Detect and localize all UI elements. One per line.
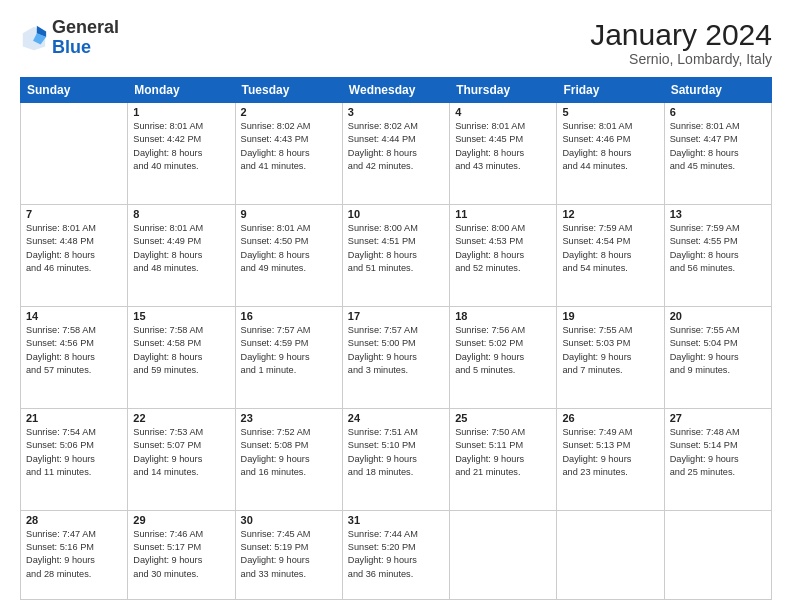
day-info: Sunrise: 7:49 AMSunset: 5:13 PMDaylight:… [562, 426, 658, 479]
day-info: Sunrise: 8:02 AMSunset: 4:44 PMDaylight:… [348, 120, 444, 173]
day-info: Sunrise: 8:01 AMSunset: 4:48 PMDaylight:… [26, 222, 122, 275]
day-info: Sunrise: 7:47 AMSunset: 5:16 PMDaylight:… [26, 528, 122, 581]
day-number: 5 [562, 106, 658, 118]
day-number: 7 [26, 208, 122, 220]
cell-w3-d2: 16Sunrise: 7:57 AMSunset: 4:59 PMDayligh… [235, 306, 342, 408]
cell-w3-d1: 15Sunrise: 7:58 AMSunset: 4:58 PMDayligh… [128, 306, 235, 408]
header-thursday: Thursday [450, 78, 557, 103]
week-row-3: 14Sunrise: 7:58 AMSunset: 4:56 PMDayligh… [21, 306, 772, 408]
day-number: 20 [670, 310, 766, 322]
day-info: Sunrise: 8:00 AMSunset: 4:51 PMDaylight:… [348, 222, 444, 275]
header: General Blue January 2024 Sernio, Lombar… [20, 18, 772, 67]
cell-w4-d6: 27Sunrise: 7:48 AMSunset: 5:14 PMDayligh… [664, 408, 771, 510]
day-info: Sunrise: 7:53 AMSunset: 5:07 PMDaylight:… [133, 426, 229, 479]
logo-text: General Blue [52, 18, 119, 58]
cell-w1-d1: 1Sunrise: 8:01 AMSunset: 4:42 PMDaylight… [128, 103, 235, 205]
cell-w5-d6 [664, 510, 771, 599]
day-number: 24 [348, 412, 444, 424]
logo: General Blue [20, 18, 119, 58]
cell-w5-d3: 31Sunrise: 7:44 AMSunset: 5:20 PMDayligh… [342, 510, 449, 599]
day-number: 8 [133, 208, 229, 220]
day-info: Sunrise: 7:48 AMSunset: 5:14 PMDaylight:… [670, 426, 766, 479]
day-number: 9 [241, 208, 337, 220]
title-block: January 2024 Sernio, Lombardy, Italy [590, 18, 772, 67]
day-number: 10 [348, 208, 444, 220]
day-info: Sunrise: 7:57 AMSunset: 5:00 PMDaylight:… [348, 324, 444, 377]
day-number: 29 [133, 514, 229, 526]
cell-w2-d3: 10Sunrise: 8:00 AMSunset: 4:51 PMDayligh… [342, 204, 449, 306]
day-number: 6 [670, 106, 766, 118]
week-row-5: 28Sunrise: 7:47 AMSunset: 5:16 PMDayligh… [21, 510, 772, 599]
cell-w1-d5: 5Sunrise: 8:01 AMSunset: 4:46 PMDaylight… [557, 103, 664, 205]
week-row-4: 21Sunrise: 7:54 AMSunset: 5:06 PMDayligh… [21, 408, 772, 510]
day-number: 27 [670, 412, 766, 424]
cell-w3-d5: 19Sunrise: 7:55 AMSunset: 5:03 PMDayligh… [557, 306, 664, 408]
day-info: Sunrise: 8:01 AMSunset: 4:49 PMDaylight:… [133, 222, 229, 275]
cell-w2-d2: 9Sunrise: 8:01 AMSunset: 4:50 PMDaylight… [235, 204, 342, 306]
header-wednesday: Wednesday [342, 78, 449, 103]
day-info: Sunrise: 7:45 AMSunset: 5:19 PMDaylight:… [241, 528, 337, 581]
day-info: Sunrise: 7:52 AMSunset: 5:08 PMDaylight:… [241, 426, 337, 479]
cell-w5-d0: 28Sunrise: 7:47 AMSunset: 5:16 PMDayligh… [21, 510, 128, 599]
day-info: Sunrise: 8:01 AMSunset: 4:42 PMDaylight:… [133, 120, 229, 173]
day-info: Sunrise: 8:01 AMSunset: 4:47 PMDaylight:… [670, 120, 766, 173]
week-row-1: 1Sunrise: 8:01 AMSunset: 4:42 PMDaylight… [21, 103, 772, 205]
day-number: 13 [670, 208, 766, 220]
cell-w2-d1: 8Sunrise: 8:01 AMSunset: 4:49 PMDaylight… [128, 204, 235, 306]
day-number: 19 [562, 310, 658, 322]
cell-w2-d5: 12Sunrise: 7:59 AMSunset: 4:54 PMDayligh… [557, 204, 664, 306]
cell-w2-d4: 11Sunrise: 8:00 AMSunset: 4:53 PMDayligh… [450, 204, 557, 306]
day-number: 28 [26, 514, 122, 526]
day-info: Sunrise: 8:02 AMSunset: 4:43 PMDaylight:… [241, 120, 337, 173]
day-info: Sunrise: 8:01 AMSunset: 4:50 PMDaylight:… [241, 222, 337, 275]
day-number: 17 [348, 310, 444, 322]
header-monday: Monday [128, 78, 235, 103]
location: Sernio, Lombardy, Italy [590, 51, 772, 67]
cell-w5-d5 [557, 510, 664, 599]
cell-w1-d4: 4Sunrise: 8:01 AMSunset: 4:45 PMDaylight… [450, 103, 557, 205]
day-info: Sunrise: 7:51 AMSunset: 5:10 PMDaylight:… [348, 426, 444, 479]
header-saturday: Saturday [664, 78, 771, 103]
cell-w3-d0: 14Sunrise: 7:58 AMSunset: 4:56 PMDayligh… [21, 306, 128, 408]
calendar-page: General Blue January 2024 Sernio, Lombar… [0, 0, 792, 612]
day-info: Sunrise: 7:50 AMSunset: 5:11 PMDaylight:… [455, 426, 551, 479]
cell-w5-d1: 29Sunrise: 7:46 AMSunset: 5:17 PMDayligh… [128, 510, 235, 599]
day-number: 21 [26, 412, 122, 424]
cell-w4-d5: 26Sunrise: 7:49 AMSunset: 5:13 PMDayligh… [557, 408, 664, 510]
day-number: 4 [455, 106, 551, 118]
cell-w1-d3: 3Sunrise: 8:02 AMSunset: 4:44 PMDaylight… [342, 103, 449, 205]
month-title: January 2024 [590, 18, 772, 51]
day-number: 2 [241, 106, 337, 118]
cell-w1-d2: 2Sunrise: 8:02 AMSunset: 4:43 PMDaylight… [235, 103, 342, 205]
day-number: 3 [348, 106, 444, 118]
day-info: Sunrise: 7:58 AMSunset: 4:56 PMDaylight:… [26, 324, 122, 377]
cell-w1-d0 [21, 103, 128, 205]
day-info: Sunrise: 7:54 AMSunset: 5:06 PMDaylight:… [26, 426, 122, 479]
cell-w1-d6: 6Sunrise: 8:01 AMSunset: 4:47 PMDaylight… [664, 103, 771, 205]
day-info: Sunrise: 8:00 AMSunset: 4:53 PMDaylight:… [455, 222, 551, 275]
cell-w4-d1: 22Sunrise: 7:53 AMSunset: 5:07 PMDayligh… [128, 408, 235, 510]
day-info: Sunrise: 7:55 AMSunset: 5:03 PMDaylight:… [562, 324, 658, 377]
day-info: Sunrise: 7:59 AMSunset: 4:55 PMDaylight:… [670, 222, 766, 275]
day-number: 23 [241, 412, 337, 424]
header-sunday: Sunday [21, 78, 128, 103]
header-friday: Friday [557, 78, 664, 103]
day-number: 1 [133, 106, 229, 118]
cell-w5-d4 [450, 510, 557, 599]
cell-w3-d6: 20Sunrise: 7:55 AMSunset: 5:04 PMDayligh… [664, 306, 771, 408]
day-info: Sunrise: 7:57 AMSunset: 4:59 PMDaylight:… [241, 324, 337, 377]
day-info: Sunrise: 7:55 AMSunset: 5:04 PMDaylight:… [670, 324, 766, 377]
day-number: 22 [133, 412, 229, 424]
cell-w2-d0: 7Sunrise: 8:01 AMSunset: 4:48 PMDaylight… [21, 204, 128, 306]
calendar-table: Sunday Monday Tuesday Wednesday Thursday… [20, 77, 772, 600]
day-info: Sunrise: 7:58 AMSunset: 4:58 PMDaylight:… [133, 324, 229, 377]
cell-w3-d4: 18Sunrise: 7:56 AMSunset: 5:02 PMDayligh… [450, 306, 557, 408]
cell-w4-d3: 24Sunrise: 7:51 AMSunset: 5:10 PMDayligh… [342, 408, 449, 510]
day-number: 14 [26, 310, 122, 322]
day-number: 11 [455, 208, 551, 220]
day-number: 25 [455, 412, 551, 424]
day-number: 15 [133, 310, 229, 322]
day-info: Sunrise: 8:01 AMSunset: 4:46 PMDaylight:… [562, 120, 658, 173]
day-info: Sunrise: 7:59 AMSunset: 4:54 PMDaylight:… [562, 222, 658, 275]
cell-w4-d0: 21Sunrise: 7:54 AMSunset: 5:06 PMDayligh… [21, 408, 128, 510]
